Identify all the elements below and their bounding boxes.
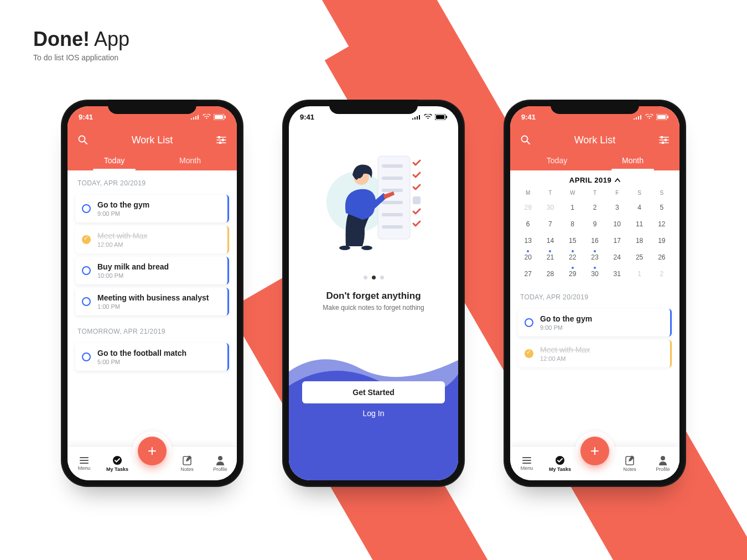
nav-label: Menu — [78, 465, 91, 471]
svg-point-42 — [662, 142, 663, 143]
filter-button[interactable] — [657, 133, 671, 147]
dot[interactable] — [364, 276, 367, 279]
calendar: APRIL 2019 MTWTFSS2930123456789101112131… — [510, 170, 679, 284]
task-checkbox[interactable] — [82, 235, 91, 244]
dot-active[interactable] — [372, 276, 376, 279]
menu-icon — [522, 457, 532, 464]
nav-menu[interactable]: Menu — [510, 447, 543, 480]
add-task-fab[interactable]: + — [580, 437, 609, 465]
calendar-day[interactable]: 24 — [606, 250, 628, 265]
nav-menu[interactable]: Menu — [68, 447, 101, 480]
filter-button[interactable] — [215, 133, 228, 147]
task-item[interactable]: Go to the gym 9:00 PM — [75, 195, 229, 222]
calendar-day[interactable]: 10 — [606, 217, 628, 231]
calendar-day[interactable]: 30 — [584, 267, 606, 281]
app-bar: Work List Today Month — [68, 127, 237, 170]
nav-my tasks[interactable]: My Tasks — [543, 447, 577, 480]
task-item[interactable]: Go to the football match 5:00 PM — [75, 343, 229, 371]
calendar-day[interactable]: 12 — [651, 217, 673, 231]
calendar-day[interactable]: 15 — [562, 234, 584, 248]
page-title-bold: Done! — [33, 28, 90, 50]
calendar-day[interactable]: 1 — [562, 200, 584, 215]
task-item[interactable]: Meet with Max 12:00 AM — [75, 226, 229, 253]
task-list[interactable]: TODAY, APR 20/2019 Go to the gym 9:00 PM… — [68, 170, 237, 446]
calendar-month-picker[interactable]: APRIL 2019 — [517, 176, 673, 184]
calendar-day[interactable]: 22 — [562, 250, 584, 265]
calendar-month-label: APRIL 2019 — [569, 176, 611, 184]
calendar-day[interactable]: 11 — [628, 217, 650, 231]
nav-profile[interactable]: Profile — [204, 447, 237, 480]
task-time: 10:00 PM — [97, 272, 169, 279]
calendar-day[interactable]: 16 — [584, 234, 606, 248]
task-checkbox[interactable] — [525, 349, 533, 358]
task-item[interactable]: Buy milk and bread 10:00 PM — [75, 257, 229, 284]
task-item[interactable]: Meeting with business analyst 1:00 PM — [75, 288, 229, 315]
calendar-day-other[interactable]: 1 — [628, 267, 650, 281]
tab-month[interactable]: Month — [595, 149, 671, 170]
nav-profile[interactable]: Profile — [646, 447, 679, 480]
calendar-day[interactable]: 23 — [584, 250, 606, 265]
task-time: 12:00 AM — [540, 355, 590, 362]
nav-my tasks[interactable]: My Tasks — [101, 447, 134, 480]
task-time: 9:00 PM — [540, 324, 592, 331]
search-button[interactable] — [519, 133, 532, 147]
status-indicators — [634, 114, 668, 120]
calendar-day[interactable]: 17 — [606, 234, 628, 248]
search-button[interactable] — [76, 133, 90, 147]
calendar-day[interactable]: 14 — [539, 234, 561, 248]
check-circle-icon — [555, 455, 565, 465]
calendar-day[interactable]: 13 — [517, 234, 539, 248]
search-icon — [521, 135, 531, 145]
calendar-day[interactable]: 8 — [562, 217, 584, 231]
svg-rect-1 — [215, 115, 223, 119]
get-started-button[interactable]: Get Started — [302, 381, 445, 403]
calendar-day[interactable]: 20 — [517, 250, 539, 265]
svg-point-16 — [218, 456, 222, 460]
tab-today[interactable]: Today — [519, 149, 595, 170]
task-list[interactable]: TODAY, APR 20/2019 Go to the gym 9:00 PM… — [510, 284, 679, 446]
calendar-day[interactable]: 25 — [628, 250, 650, 265]
calendar-day[interactable]: 5 — [651, 200, 673, 215]
battery-icon — [214, 114, 226, 120]
calendar-day[interactable]: 6 — [517, 217, 539, 231]
status-time: 9:41 — [300, 113, 314, 121]
calendar-day[interactable]: 3 — [606, 200, 628, 215]
calendar-day[interactable]: 19 — [651, 234, 673, 248]
note-icon — [183, 455, 191, 465]
calendar-day[interactable]: 4 — [628, 200, 650, 215]
nav-notes[interactable]: Notes — [613, 447, 646, 480]
calendar-day-other[interactable]: 30 — [539, 200, 561, 215]
task-checkbox[interactable] — [82, 204, 91, 213]
calendar-day[interactable]: 9 — [584, 217, 606, 231]
svg-point-40 — [661, 136, 662, 138]
calendar-day[interactable]: 27 — [517, 267, 539, 281]
app-title: Work List — [132, 134, 173, 146]
nav-notes[interactable]: Notes — [170, 447, 204, 480]
task-checkbox[interactable] — [82, 266, 91, 275]
bottom-nav: + Menu My Tasks Notes Profile — [68, 446, 237, 480]
calendar-day[interactable]: 31 — [606, 267, 628, 281]
add-task-fab[interactable]: + — [138, 437, 167, 465]
calendar-day[interactable]: 28 — [539, 267, 561, 281]
calendar-day-other[interactable]: 29 — [517, 200, 539, 215]
device-notch — [551, 100, 639, 114]
tab-month[interactable]: Month — [152, 149, 228, 170]
calendar-day[interactable]: 29 — [562, 267, 584, 281]
task-item[interactable]: Go to the gym 9:00 PM — [518, 309, 672, 336]
dot[interactable] — [380, 276, 384, 279]
task-checkbox[interactable] — [82, 352, 91, 361]
calendar-day[interactable]: 2 — [584, 200, 606, 215]
login-link[interactable]: Log In — [289, 409, 458, 418]
calendar-day[interactable]: 26 — [651, 250, 673, 265]
signal-icon — [191, 114, 200, 120]
task-checkbox[interactable] — [525, 318, 533, 327]
calendar-day[interactable]: 18 — [628, 234, 650, 248]
task-checkbox[interactable] — [82, 297, 91, 306]
onboarding-footer: Get Started Log In — [289, 331, 458, 480]
task-item[interactable]: Meet with Max 12:00 AM — [518, 340, 672, 367]
calendar-day[interactable]: 21 — [539, 250, 561, 265]
calendar-day-other[interactable]: 2 — [651, 267, 673, 281]
task-title: Meet with Max — [540, 345, 590, 354]
calendar-day[interactable]: 7 — [539, 217, 561, 231]
tab-today[interactable]: Today — [76, 149, 152, 170]
